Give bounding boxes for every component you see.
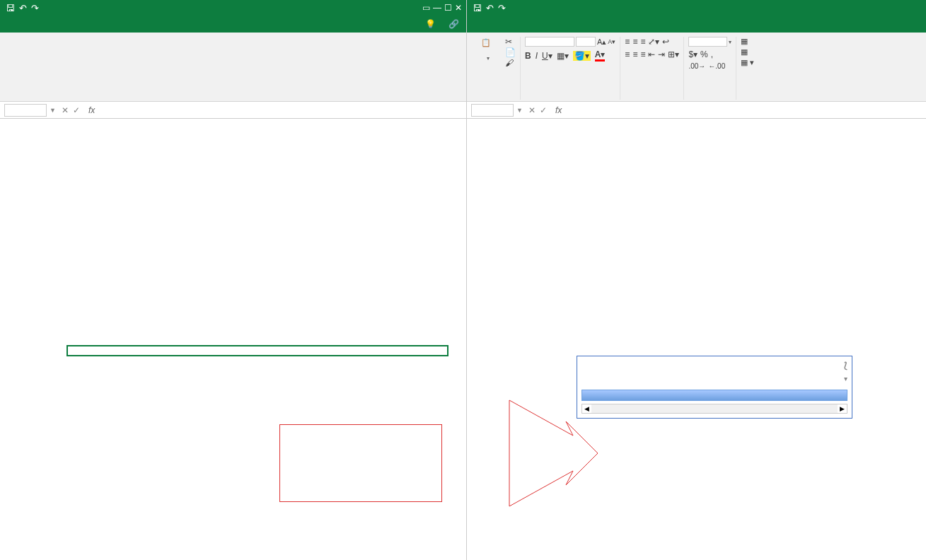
align-middle-icon[interactable]: ≡ [632,37,637,47]
decrease-decimal-icon[interactable]: ←.00 [708,62,725,70]
number-format-select[interactable] [688,37,727,47]
paste-button[interactable]: 📋 ▾ [474,37,502,68]
formula-bar: ▼ ✕ ✓ fx [0,102,466,119]
align-center-icon[interactable]: ≡ [632,49,637,59]
undo-icon[interactable]: ↶ [486,3,494,13]
merge-icon[interactable]: ⊞▾ [668,49,679,59]
format-as-table-button[interactable]: ▦ [741,47,754,57]
increase-decimal-icon[interactable]: .00→ [688,62,705,70]
font-name-select[interactable] [525,37,574,47]
maximize-icon[interactable]: ☐ [444,3,452,13]
bold-icon[interactable]: B [525,51,531,61]
orientation-icon[interactable]: ⤢▾ [648,37,659,47]
indent-dec-icon[interactable]: ⇤ [648,49,655,59]
grow-font-icon[interactable]: A▴ [597,37,606,47]
comma-icon[interactable]: , [711,49,713,59]
red-box-annotation [279,424,442,502]
close-icon[interactable]: ✕ [455,3,462,13]
align-bottom-icon[interactable]: ≡ [640,37,645,47]
percent-icon[interactable]: % [700,49,708,59]
ribbon-tabs [467,16,926,33]
clear-filter-icon[interactable]: ⟅ [844,361,847,371]
enter-icon[interactable]: ✓ [73,105,80,115]
ribbon-home: 📋 ▾ ✂ 📄 🖌 A▴ A▾ [467,33,926,102]
share-icon: 🔗 [448,19,459,29]
sheet-area-left [0,119,466,560]
title-bar: 🖫 ↶ ↷ ▭ — ☐ ✕ [0,0,466,16]
ribbon-tabs: 💡 🔗 [0,16,466,33]
name-box[interactable] [471,104,514,117]
cut-icon[interactable]: ✂ [505,37,516,47]
right-excel-window: 🖫 ↶ ↷ 📋 ▾ ✂ 📄 🖌 [467,0,926,560]
left-excel-window: 🖫 ↶ ↷ ▭ — ☐ ✕ 💡 🔗 ▼ ✕ ✓ fx [0,0,467,560]
formula-input[interactable] [100,105,462,116]
scroll-left-icon[interactable]: ◀ [582,405,591,412]
fx-icon[interactable]: fx [552,105,565,115]
save-icon[interactable]: 🖫 [6,3,15,13]
tell-me-icon: 💡 [425,19,436,29]
redo-icon[interactable]: ↷ [31,3,39,13]
align-right-icon[interactable]: ≡ [640,49,645,59]
clipboard-icon: 📋 [481,38,495,52]
underline-icon[interactable]: U▾ [542,51,552,61]
sheet-area-right: ⟅ ▾ ◀ ▶ [467,119,926,560]
save-icon[interactable]: 🖫 [473,3,482,13]
timeline-range-bar[interactable] [581,390,847,401]
indent-inc-icon[interactable]: ⇥ [658,49,665,59]
cancel-icon[interactable]: ✕ [528,105,536,115]
format-painter-icon[interactable]: 🖌 [505,58,516,68]
undo-icon[interactable]: ↶ [19,3,27,13]
italic-icon[interactable]: I [536,51,538,61]
enter-icon[interactable]: ✓ [540,105,547,115]
border-icon[interactable]: ▦▾ [557,51,569,61]
shrink-font-icon[interactable]: A▾ [608,38,615,45]
align-left-icon[interactable]: ≡ [625,49,630,59]
fill-color-icon[interactable]: 🪣▾ [573,51,591,61]
timeline-axis [581,384,847,390]
fx-icon[interactable]: fx [86,105,98,115]
cancel-icon[interactable]: ✕ [62,105,69,115]
title-bar: 🖫 ↶ ↷ [467,0,926,16]
align-top-icon[interactable]: ≡ [625,37,630,47]
name-box-dd[interactable]: ▼ [516,107,523,114]
timeline-scrollbar[interactable]: ◀ ▶ [581,404,847,414]
font-size-select[interactable] [576,37,596,47]
formula-input[interactable] [567,105,922,116]
copy-icon[interactable]: 📄 [505,47,516,57]
ribbon-options-icon[interactable]: ▭ [422,3,430,13]
name-box-dd[interactable]: ▼ [50,107,56,114]
currency-icon[interactable]: $▾ [688,49,698,59]
ribbon-analyze [0,33,466,102]
font-color-icon[interactable]: A▾ [595,49,606,62]
formula-bar: ▼ ✕ ✓ fx [467,102,926,119]
cell-styles-button[interactable]: ▦ ▾ [741,58,754,67]
scroll-right-icon[interactable]: ▶ [838,405,847,412]
conditional-formatting-button[interactable]: ▦ [741,37,754,46]
annotation-callout [66,345,448,356]
name-box[interactable] [4,104,47,117]
redo-icon[interactable]: ↷ [498,3,506,13]
wrap-text-icon[interactable]: ↩ [662,37,669,47]
minimize-icon[interactable]: — [433,3,441,13]
timeline-slicer[interactable]: ⟅ ▾ ◀ ▶ [577,356,852,419]
